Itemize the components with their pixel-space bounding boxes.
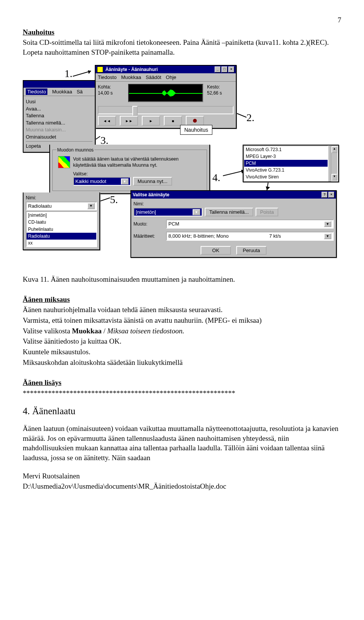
kesto-value: 52,66 s — [207, 90, 234, 96]
valitse-label: Valitse: — [73, 171, 202, 177]
stop-button[interactable]: ■ — [164, 116, 182, 126]
mix-line-5: Kuuntele miksaustulos. — [23, 347, 341, 357]
muunna-nyt-button[interactable]: Muunna nyt... — [133, 177, 172, 186]
q-item-0[interactable]: [nimetön] — [27, 212, 96, 219]
poista-button: Poista — [256, 208, 278, 216]
svg-marker-11 — [266, 186, 270, 190]
annot-4: 4. — [212, 170, 220, 185]
help-icon[interactable]: ? — [322, 192, 328, 198]
figure-kuva11: 1. 2. 3. 4. 5. 6. Ääninäyte - Ääninauhur… — [23, 65, 341, 270]
heading-nauhoitus: Nauhoitus — [23, 28, 54, 36]
quality-panel: Nimi: Radiolaatu▼ [nimetön] CD-laatu Puh… — [23, 192, 100, 251]
codec-item-1[interactable]: MPEG Layer-3 — [244, 153, 328, 160]
codec-scrollbar[interactable]: ▲▼ — [331, 145, 338, 181]
win1-title: Ääninäyte - Ääninauhuri — [105, 66, 158, 73]
muoto-label: Muoto: — [133, 221, 164, 227]
rewind-button[interactable]: ◄◄ — [98, 116, 116, 126]
mix-line-3: Valitse valikosta Muokkaa / Miksaa toise… — [23, 326, 341, 336]
intro-text: Soita CD-soittimella tai liitä mikrofoni… — [23, 38, 341, 57]
codec-item-3[interactable]: VivoActive G.723.1 — [244, 167, 328, 174]
mix-line-1: Äänen nauhuriohjelmalla voidaan tehdä ää… — [23, 305, 341, 315]
close-icon[interactable]: × — [228, 66, 234, 73]
file-menu-window: Tiedosto Muokkaa Sä Uusi Avaa... Tallenn… — [23, 80, 96, 153]
codec-item-0[interactable]: Microsoft G.723.1 — [244, 146, 328, 153]
heading-miksaus: Äänen miksaus — [23, 295, 70, 303]
quality-paragraph: Äänen laatuun (ominaisuuteen) voidaan va… — [23, 424, 341, 463]
codec-item-2[interactable]: PCM — [244, 160, 328, 167]
maaritteet-rate: 7 kt/s — [269, 233, 281, 240]
tooltip-nauhoitus: Nauhoitus — [180, 125, 212, 135]
maaritteet-combo[interactable]: 8,000 kHz; 8-bittinen; Mono 7 kt/s ▼ — [166, 232, 334, 241]
menu-tiedosto[interactable]: Tiedosto — [98, 74, 116, 81]
heading-aanenlaatu: 4. Äänenlaatu — [23, 405, 341, 418]
menu-item-tallenna-nimella[interactable]: Tallenna nimellä... — [26, 120, 93, 126]
format-convert-panel: Muodon muunnos Voit säätää äänen laatua … — [49, 145, 210, 194]
ok-button[interactable]: OK — [201, 246, 231, 255]
menu-divider — [26, 141, 93, 142]
maximize-icon[interactable]: □ — [221, 66, 228, 73]
footer-path: D:\Uusmedia2ov\Uusmedia\documents\MR_Ään… — [23, 481, 341, 491]
menu-item-uusi[interactable]: Uusi — [26, 98, 93, 105]
star-divider: ****************************************… — [23, 388, 341, 398]
menu-muokkaa[interactable]: Muokkaa — [121, 74, 141, 81]
nimi-combo-6[interactable]: [nimetön]▼ — [133, 208, 202, 217]
convert-text: Voit säätää äänen laatua tai vähentää ta… — [73, 156, 202, 168]
page-number: 7 — [23, 15, 341, 25]
menu-item-muunna-takaisin: Muunna takaisin... — [26, 126, 93, 133]
convert-icon — [58, 156, 70, 168]
mix-line-6: Miksauskohdan aloituskohta säädetään liu… — [23, 358, 341, 368]
sound-recorder-window: Ääninäyte - Ääninauhuri _ □ × Tiedosto M… — [95, 65, 237, 129]
win1-menubar: Tiedosto Muokkaa Säädöt Ohje — [96, 73, 236, 82]
maaritteet-label: Määritteet: — [133, 233, 164, 239]
mix-line-4: Valitse äänitiedosto ja kuittaa OK. — [23, 336, 341, 346]
waveform-display — [128, 84, 203, 102]
mix-line-2: Varmista, että toinen miksattavista ääni… — [23, 316, 341, 325]
tallenna-nimella-button[interactable]: Tallenna nimellä... — [205, 208, 253, 216]
select-sample-dialog: Valitse ääninäyte ? × Nimi: [nimetön]▼ T… — [130, 190, 337, 258]
kohta-value: 14,00 s — [98, 90, 124, 96]
svg-line-0 — [73, 71, 91, 76]
nimi-label-6: Nimi: — [133, 201, 334, 207]
menu-tiedosto-active[interactable]: Tiedosto — [26, 88, 47, 95]
q-item-4[interactable]: xx — [27, 240, 96, 246]
kohta-label: Kohta: — [98, 84, 124, 90]
q-item-3[interactable]: Radiolaatu — [27, 233, 96, 240]
menu-item-tallenna[interactable]: Tallenna — [26, 112, 93, 119]
kesto-label: Kesto: — [207, 84, 234, 90]
nimi-combo-5[interactable]: Radiolaatu▼ — [26, 202, 97, 211]
cancel-button[interactable]: Peruuta — [236, 246, 267, 255]
win6-title: Valitse ääninäyte — [133, 192, 169, 198]
menu-item-avaa[interactable]: Avaa... — [26, 106, 93, 112]
muoto-combo[interactable]: PCM▼ — [166, 219, 334, 229]
close-icon-6[interactable]: × — [328, 192, 334, 198]
q-item-1[interactable]: CD-laatu — [27, 219, 96, 226]
muodon-muunnos-label: Muodon muunnos — [56, 147, 94, 153]
menu-ohje[interactable]: Ohje — [166, 74, 176, 81]
menu-sa[interactable]: Sä — [77, 88, 83, 95]
position-slider[interactable] — [98, 106, 234, 114]
menu-item-ominaisuudet[interactable]: Ominaisuudet — [26, 134, 93, 140]
codec-list: Microsoft G.723.1 MPEG Layer-3 PCM VivoA… — [243, 145, 339, 182]
record-button[interactable] — [186, 116, 204, 126]
speaker-icon — [97, 66, 103, 73]
menu-muokkaa-2[interactable]: Muokkaa — [52, 88, 72, 95]
figure-caption: Kuva 11. Äänen nauhoitusominaisuuden muu… — [23, 275, 341, 284]
menu-saadot[interactable]: Säädöt — [146, 74, 161, 81]
codec-item-4[interactable]: VivoActive Siren — [244, 174, 328, 180]
heading-lisays: Äänen lisäys — [23, 379, 61, 387]
q-item-2[interactable]: Puhelinlaatu — [27, 226, 96, 233]
minimize-icon[interactable]: _ — [215, 66, 221, 73]
forward-button[interactable]: ►► — [120, 116, 138, 126]
nimi-label-5: Nimi: — [26, 195, 97, 201]
valitse-combo[interactable]: Kaikki muodot▼ — [73, 177, 131, 186]
play-button[interactable]: ► — [142, 116, 160, 126]
footer-author: Mervi Ruotsalainen — [23, 471, 341, 481]
